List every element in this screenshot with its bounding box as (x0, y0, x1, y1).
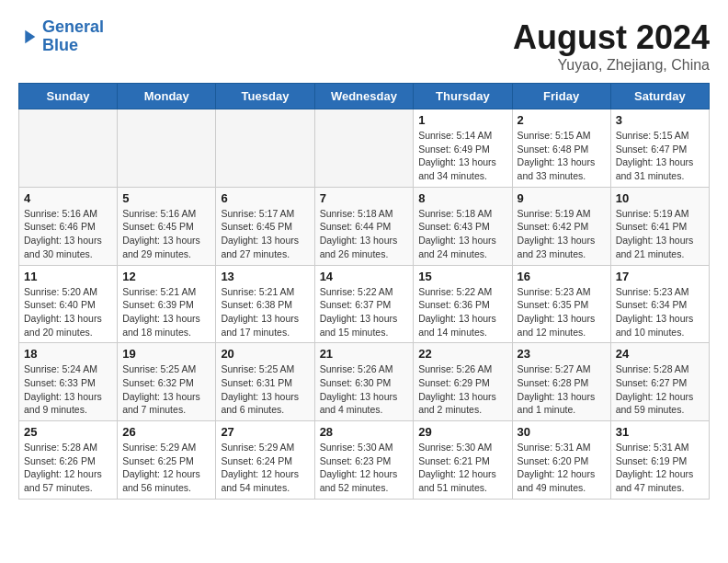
day-info: Sunrise: 5:16 AMSunset: 6:46 PMDaylight:… (24, 207, 112, 261)
weekday-header-sunday: Sunday (19, 84, 118, 109)
day-info: Sunrise: 5:23 AMSunset: 6:35 PMDaylight:… (518, 285, 606, 339)
day-info: Sunrise: 5:14 AMSunset: 6:49 PMDaylight:… (418, 129, 506, 183)
day-cell: 3Sunrise: 5:15 AMSunset: 6:47 PMDaylight… (610, 109, 709, 188)
day-info: Sunrise: 5:21 AMSunset: 6:39 PMDaylight:… (122, 285, 210, 339)
day-number: 2 (518, 113, 606, 127)
day-number: 27 (221, 425, 309, 439)
day-info: Sunrise: 5:15 AMSunset: 6:48 PMDaylight:… (518, 129, 606, 183)
day-number: 7 (320, 191, 409, 205)
day-number: 16 (518, 270, 606, 283)
day-cell (19, 109, 118, 188)
day-number: 13 (221, 270, 309, 283)
day-info: Sunrise: 5:28 AMSunset: 6:26 PMDaylight:… (24, 441, 112, 495)
day-cell: 13Sunrise: 5:21 AMSunset: 6:38 PMDayligh… (216, 265, 314, 343)
day-number: 20 (221, 347, 309, 361)
day-number: 8 (418, 191, 506, 205)
day-number: 29 (418, 425, 506, 439)
day-info: Sunrise: 5:18 AMSunset: 6:43 PMDaylight:… (418, 207, 506, 261)
day-number: 24 (616, 347, 704, 361)
weekday-header-wednesday: Wednesday (314, 84, 414, 109)
day-cell: 30Sunrise: 5:31 AMSunset: 6:20 PMDayligh… (512, 421, 610, 500)
day-info: Sunrise: 5:26 AMSunset: 6:29 PMDaylight:… (418, 362, 506, 417)
day-cell: 4Sunrise: 5:16 AMSunset: 6:46 PMDaylight… (19, 187, 118, 265)
day-cell: 5Sunrise: 5:16 AMSunset: 6:45 PMDaylight… (118, 187, 216, 265)
weekday-header-saturday: Saturday (610, 84, 709, 109)
day-cell: 9Sunrise: 5:19 AMSunset: 6:42 PMDaylight… (512, 187, 610, 265)
svg-marker-0 (25, 29, 35, 43)
day-number: 17 (616, 270, 704, 283)
day-info: Sunrise: 5:28 AMSunset: 6:27 PMDaylight:… (616, 362, 704, 417)
day-cell (216, 109, 314, 188)
day-number: 6 (221, 191, 309, 205)
day-number: 21 (320, 347, 409, 361)
day-cell: 21Sunrise: 5:26 AMSunset: 6:30 PMDayligh… (314, 343, 414, 421)
logo-text: General Blue (42, 18, 104, 55)
day-number: 25 (24, 425, 112, 439)
day-cell: 1Sunrise: 5:14 AMSunset: 6:49 PMDaylight… (414, 109, 512, 188)
logo: General Blue (18, 18, 104, 55)
day-number: 31 (616, 425, 704, 439)
day-cell: 31Sunrise: 5:31 AMSunset: 6:19 PMDayligh… (610, 421, 709, 500)
day-number: 30 (518, 425, 606, 439)
day-info: Sunrise: 5:24 AMSunset: 6:33 PMDaylight:… (24, 362, 112, 417)
day-number: 22 (418, 347, 506, 361)
day-number: 15 (418, 270, 506, 283)
day-cell (118, 109, 216, 188)
day-cell: 28Sunrise: 5:30 AMSunset: 6:23 PMDayligh… (314, 421, 414, 500)
day-info: Sunrise: 5:19 AMSunset: 6:42 PMDaylight:… (518, 207, 606, 261)
day-info: Sunrise: 5:31 AMSunset: 6:20 PMDaylight:… (518, 441, 606, 495)
day-number: 26 (122, 425, 210, 439)
week-row-1: 1Sunrise: 5:14 AMSunset: 6:49 PMDaylight… (19, 109, 710, 188)
day-cell: 20Sunrise: 5:25 AMSunset: 6:31 PMDayligh… (216, 343, 314, 421)
day-number: 4 (24, 191, 112, 205)
day-cell: 18Sunrise: 5:24 AMSunset: 6:33 PMDayligh… (19, 343, 118, 421)
day-cell: 8Sunrise: 5:18 AMSunset: 6:43 PMDaylight… (414, 187, 512, 265)
weekday-header-friday: Friday (512, 84, 610, 109)
day-info: Sunrise: 5:20 AMSunset: 6:40 PMDaylight:… (24, 285, 112, 339)
logo-line1: General (42, 17, 104, 36)
day-cell: 7Sunrise: 5:18 AMSunset: 6:44 PMDaylight… (314, 187, 414, 265)
day-info: Sunrise: 5:16 AMSunset: 6:45 PMDaylight:… (122, 207, 210, 261)
day-info: Sunrise: 5:26 AMSunset: 6:30 PMDaylight:… (320, 362, 409, 417)
day-cell: 15Sunrise: 5:22 AMSunset: 6:36 PMDayligh… (414, 265, 512, 343)
day-cell: 11Sunrise: 5:20 AMSunset: 6:40 PMDayligh… (19, 265, 118, 343)
weekday-header-tuesday: Tuesday (216, 84, 314, 109)
day-cell: 6Sunrise: 5:17 AMSunset: 6:45 PMDaylight… (216, 187, 314, 265)
day-cell: 12Sunrise: 5:21 AMSunset: 6:39 PMDayligh… (118, 265, 216, 343)
day-number: 10 (616, 191, 704, 205)
day-info: Sunrise: 5:19 AMSunset: 6:41 PMDaylight:… (616, 207, 704, 261)
day-info: Sunrise: 5:17 AMSunset: 6:45 PMDaylight:… (221, 207, 309, 261)
day-number: 19 (122, 347, 210, 361)
day-cell: 10Sunrise: 5:19 AMSunset: 6:41 PMDayligh… (610, 187, 709, 265)
logo-icon (18, 27, 39, 47)
day-cell: 2Sunrise: 5:15 AMSunset: 6:48 PMDaylight… (512, 109, 610, 188)
day-info: Sunrise: 5:25 AMSunset: 6:32 PMDaylight:… (122, 362, 210, 417)
title-block: August 2024 Yuyao, Zhejiang, China (513, 18, 710, 74)
day-number: 23 (518, 347, 606, 361)
day-cell (314, 109, 414, 188)
month-title: August 2024 (513, 18, 710, 57)
week-row-4: 18Sunrise: 5:24 AMSunset: 6:33 PMDayligh… (19, 343, 710, 421)
week-row-5: 25Sunrise: 5:28 AMSunset: 6:26 PMDayligh… (19, 421, 710, 500)
day-info: Sunrise: 5:18 AMSunset: 6:44 PMDaylight:… (320, 207, 409, 261)
day-info: Sunrise: 5:23 AMSunset: 6:34 PMDaylight:… (616, 285, 704, 339)
day-cell: 17Sunrise: 5:23 AMSunset: 6:34 PMDayligh… (610, 265, 709, 343)
week-row-2: 4Sunrise: 5:16 AMSunset: 6:46 PMDaylight… (19, 187, 710, 265)
day-number: 1 (418, 113, 506, 127)
day-info: Sunrise: 5:22 AMSunset: 6:36 PMDaylight:… (418, 285, 506, 339)
day-info: Sunrise: 5:31 AMSunset: 6:19 PMDaylight:… (616, 441, 704, 495)
day-cell: 27Sunrise: 5:29 AMSunset: 6:24 PMDayligh… (216, 421, 314, 500)
day-number: 28 (320, 425, 409, 439)
day-number: 12 (122, 270, 210, 283)
day-info: Sunrise: 5:22 AMSunset: 6:37 PMDaylight:… (320, 285, 409, 339)
day-cell: 25Sunrise: 5:28 AMSunset: 6:26 PMDayligh… (19, 421, 118, 500)
day-cell: 22Sunrise: 5:26 AMSunset: 6:29 PMDayligh… (414, 343, 512, 421)
week-row-3: 11Sunrise: 5:20 AMSunset: 6:40 PMDayligh… (19, 265, 710, 343)
day-number: 11 (24, 270, 112, 283)
day-cell: 23Sunrise: 5:27 AMSunset: 6:28 PMDayligh… (512, 343, 610, 421)
weekday-header-monday: Monday (118, 84, 216, 109)
day-number: 18 (24, 347, 112, 361)
day-cell: 26Sunrise: 5:29 AMSunset: 6:25 PMDayligh… (118, 421, 216, 500)
day-info: Sunrise: 5:21 AMSunset: 6:38 PMDaylight:… (221, 285, 309, 339)
day-number: 5 (122, 191, 210, 205)
